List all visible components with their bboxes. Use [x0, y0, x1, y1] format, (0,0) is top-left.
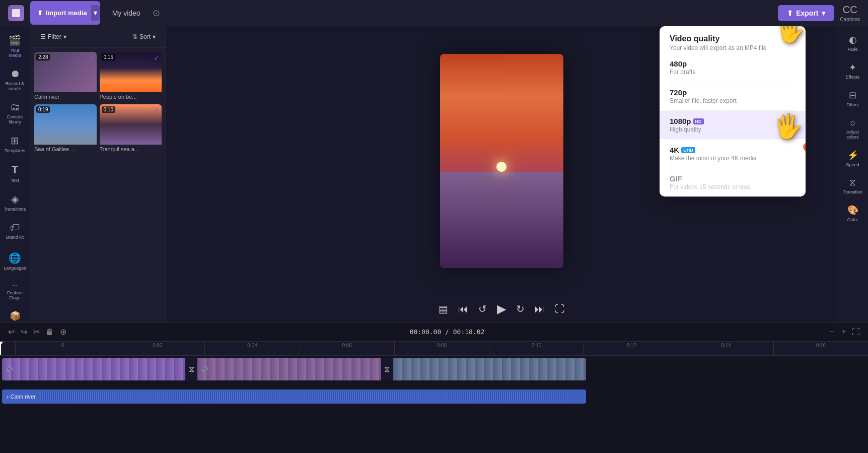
zoom-fit-button[interactable]: ⛶ — [852, 327, 860, 337]
cut-button[interactable]: ✂ — [33, 327, 40, 337]
sort-icon: ⇅ — [132, 33, 137, 40]
quality-option-1080p[interactable]: 1080pHD High quality — [660, 111, 806, 139]
sort-label: Sort — [139, 33, 151, 40]
tranquil-check: ✓ — [154, 106, 160, 114]
track-divider-1: ⧖ — [185, 358, 197, 380]
total-time: 00:18.02 — [453, 328, 485, 336]
audio-track-content[interactable]: ♪ Calm river — [2, 390, 586, 404]
import-label: Import media — [46, 9, 87, 17]
video-track: 🔊 ⧖ 🔊 ⧖ — [0, 356, 868, 383]
text-icon: T — [12, 163, 18, 176]
quality-option-720p[interactable]: 720p Smaller file, faster export — [660, 82, 806, 110]
zoom-in-button[interactable]: ＋ — [840, 327, 848, 337]
hd-badge: HD — [693, 118, 704, 124]
import-media-button[interactable]: ⬆ Import media ▾ — [30, 1, 100, 25]
quality-option-4k[interactable]: 4KUHD Make the most of your 4K media 🖐 2 — [660, 140, 806, 168]
rewind-button[interactable]: ↺ — [478, 303, 487, 315]
playhead-head — [0, 342, 4, 345]
video-controls: ▤ ⏮ ↺ ▶ ↻ ⏭ ⛶ — [166, 296, 837, 322]
people-label: People on be... — [100, 92, 162, 101]
sidebar-item-transitions[interactable]: ◈ Transitions — [2, 189, 28, 216]
left-sidebar: 🎬 Your media ⏺ Record &create 🗂 Contentl… — [0, 26, 30, 322]
uhd-badge: UHD — [681, 147, 695, 153]
right-sidebar-item-fade[interactable]: ◐ Fade — [840, 30, 866, 56]
import-icon: ⬆ — [37, 9, 43, 17]
track-segment-2[interactable]: 🔊 — [197, 358, 381, 380]
quality-option-480p[interactable]: 480p For drafts — [660, 53, 806, 82]
export-dropdown-arrow[interactable]: ▾ — [822, 9, 825, 17]
delete-button[interactable]: 🗑 — [46, 327, 54, 337]
right-sidebar: ◐ Fade ✦ Effects ⊟ Filters ☼ Adjustcolor… — [837, 26, 868, 322]
720p-desc: Smaller file, faster export — [670, 97, 795, 104]
gif-name: GIF — [670, 174, 795, 183]
right-sidebar-item-adjust-colors[interactable]: ☼ Adjustcolors — [840, 113, 866, 144]
sidebar-item-languages[interactable]: 🌐 Languages — [2, 248, 28, 275]
add-to-timeline-button[interactable]: ⊕ — [60, 327, 66, 337]
skip-forward-button[interactable]: ⏭ — [535, 303, 545, 315]
video-sun — [496, 162, 507, 172]
audio-track: ♪ Calm river — [0, 383, 868, 410]
sidebar-item-feature-flags[interactable]: ··· FeatureFlags — [2, 277, 28, 304]
1080p-desc: High quality — [670, 126, 795, 133]
sidebar-item-version[interactable]: 📦 Versionac5f516 — [2, 306, 28, 322]
media-item-people-on-beach[interactable]: 0:15 ✓ People on be... — [100, 52, 162, 101]
zoom-out-button[interactable]: － — [828, 327, 836, 337]
right-sidebar-item-transition[interactable]: ⧖ Transition — [840, 173, 866, 199]
transition-icon: ⧖ — [849, 177, 856, 188]
media-item-tranquil-sea[interactable]: 0:10 ✓ Tranquil sea a... — [100, 104, 162, 154]
quality-subtitle: Your video will export as an MP4 file — [670, 44, 795, 51]
ruler-mark-0:12: 0:12 — [584, 342, 678, 356]
skip-back-button[interactable]: ⏮ — [458, 303, 468, 315]
sidebar-item-content-library[interactable]: 🗂 Contentlibrary — [2, 97, 28, 128]
sidebar-item-templates[interactable]: ⊞ Templates — [2, 131, 28, 157]
720p-name: 720p — [670, 88, 795, 97]
media-item-calm-river[interactable]: 2:28 ✓ Calm river — [34, 52, 97, 101]
quality-option-gif[interactable]: GIF For videos 15 seconds or less — [660, 168, 806, 197]
captions-button[interactable]: CC Captions — [840, 4, 860, 22]
media-item-sea-galilee[interactable]: 0:19 ✓ Sea of Galilee ... — [34, 104, 97, 154]
sidebar-item-text[interactable]: T Text — [2, 159, 28, 187]
share-icon[interactable]: ⊙ — [153, 8, 160, 19]
4k-name: 4KUHD — [670, 146, 795, 154]
track-segment-3[interactable] — [393, 358, 586, 380]
timeline-playhead — [0, 342, 1, 355]
captions-toggle-button[interactable]: ▤ — [439, 303, 448, 315]
media-grid: 2:28 ✓ Calm river 0:15 ✓ People on be...… — [30, 48, 166, 158]
version-icon: 📦 — [10, 310, 21, 321]
play-button[interactable]: ▶ — [497, 302, 506, 316]
fullscreen-button[interactable]: ⛶ — [555, 303, 565, 315]
gif-desc: For videos 15 seconds or less — [670, 183, 795, 190]
media-toolbar: ☰ Filter ▾ ⇅ Sort ▾ — [30, 26, 166, 48]
right-sidebar-item-effects[interactable]: ✦ Effects — [840, 58, 866, 84]
track-segment-1[interactable]: 🔊 — [2, 358, 185, 380]
record-icon: ⏺ — [10, 68, 20, 80]
tab-my-video[interactable]: My video — [106, 6, 147, 20]
filter-button[interactable]: ☰ Filter ▾ — [36, 31, 70, 42]
people-duration: 0:15 — [102, 54, 115, 60]
video-track-content[interactable]: 🔊 ⧖ 🔊 ⧖ — [2, 358, 586, 380]
right-sidebar-item-speed[interactable]: ⚡ Speed — [840, 146, 866, 171]
sidebar-item-brand-kit[interactable]: 🏷 Brand kit — [2, 218, 28, 244]
adjust-colors-label: Adjustcolors — [846, 130, 859, 140]
templates-icon: ⊞ — [11, 135, 19, 147]
forward-button[interactable]: ↻ — [516, 303, 525, 315]
sidebar-item-your-media[interactable]: 🎬 Your media — [2, 30, 28, 62]
top-bar: ⬆ Import media ▾ My video ⊙ ⬆ Export ▾ C… — [0, 0, 868, 26]
people-check: ✓ — [154, 54, 160, 62]
ruler-mark-0:14: 0:14 — [679, 342, 773, 356]
import-dropdown-arrow[interactable]: ▾ — [90, 5, 100, 21]
video-frame — [440, 54, 563, 268]
sidebar-item-record-create[interactable]: ⏺ Record &create — [2, 64, 28, 95]
right-sidebar-item-color[interactable]: 🎨 Color — [840, 201, 866, 226]
sort-button[interactable]: ⇅ Sort ▾ — [128, 31, 160, 42]
tranquil-label: Tranquil sea a... — [100, 145, 162, 154]
transitions-icon: ◈ — [11, 193, 19, 205]
export-button[interactable]: ⬆ Export ▾ — [778, 5, 834, 21]
redo-button[interactable]: ↪ — [21, 327, 27, 337]
feature-flags-label: FeatureFlags — [7, 290, 23, 300]
adjust-colors-icon: ☼ — [848, 117, 857, 128]
right-sidebar-item-filters[interactable]: ⊟ Filters — [840, 86, 866, 111]
undo-button[interactable]: ↩ — [8, 327, 15, 337]
sea-galilee-check: ✓ — [89, 106, 95, 114]
calm-river-duration: 2:28 — [36, 54, 50, 60]
